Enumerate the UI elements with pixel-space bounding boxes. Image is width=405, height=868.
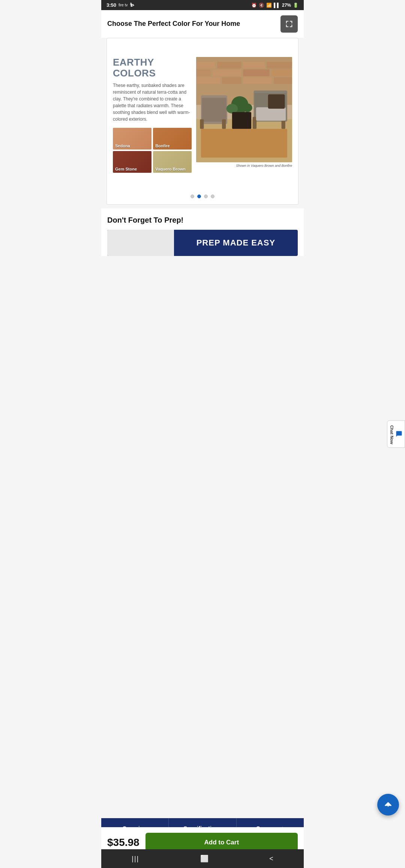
status-bar: 3:50 fire tv ⛷ ⏰ 🔇 📶 ▌▌ 27% 🔋: [101, 0, 304, 10]
page-header: Choose The Perfect Color For Your Home: [101, 10, 304, 38]
swatch-label-vaquero: Vaquero Brown: [155, 167, 186, 171]
dot-1[interactable]: [190, 195, 194, 198]
svg-rect-25: [268, 94, 285, 109]
svg-rect-17: [202, 98, 226, 122]
svg-rect-6: [196, 69, 210, 76]
status-bar-left: 3:50 fire tv ⛷: [106, 2, 135, 8]
battery-display: 27%: [282, 3, 291, 8]
svg-rect-4: [243, 62, 265, 69]
expand-icon: [285, 20, 293, 28]
user-icon: ⛷: [130, 2, 135, 8]
brand-label: fire tv: [118, 3, 128, 7]
mute-icon: 🔇: [259, 3, 264, 8]
svg-rect-7: [213, 69, 242, 76]
swatch-label-sedona: Sedona: [115, 144, 130, 148]
wifi-icon: 📶: [266, 3, 272, 8]
svg-rect-24: [256, 107, 286, 121]
svg-rect-9: [272, 69, 292, 76]
svg-rect-19: [222, 119, 226, 129]
swatch-label-gemstone: Gem Stone: [115, 167, 137, 171]
svg-rect-2: [196, 62, 215, 69]
slide-image-section: Shown in Vaquero Brown and Bonfire: [196, 57, 292, 168]
svg-rect-12: [243, 77, 272, 84]
color-swatch-vaquero[interactable]: Vaquero Brown: [153, 151, 192, 173]
svg-rect-15: [201, 129, 287, 158]
bottom-spacer: [101, 256, 304, 346]
earthy-title: EARTHY COLORS: [113, 57, 192, 78]
status-bar-right: ⏰ 🔇 📶 ▌▌ 27% 🔋: [251, 3, 298, 8]
battery-icon: 🔋: [293, 3, 298, 8]
prep-title: Don't Forget To Prep!: [107, 216, 298, 224]
svg-rect-30: [232, 112, 251, 129]
svg-rect-11: [222, 77, 241, 84]
color-swatch-bonfire[interactable]: Bonfire: [153, 128, 192, 150]
time-display: 3:50: [106, 2, 116, 8]
svg-point-28: [226, 104, 238, 114]
svg-rect-13: [274, 77, 292, 84]
alarm-icon: ⏰: [251, 3, 257, 8]
svg-rect-10: [196, 77, 220, 84]
expand-button[interactable]: [280, 15, 298, 33]
svg-rect-3: [218, 62, 242, 69]
earthy-description: These earthy, sunbaked shades are remini…: [113, 82, 192, 123]
prep-banner[interactable]: PREP MADE EASY: [107, 230, 298, 256]
svg-rect-18: [200, 119, 204, 129]
room-image: [196, 57, 292, 162]
slide-inner: EARTHY COLORS These earthy, sunbaked sha…: [113, 57, 292, 173]
dot-2[interactable]: [197, 195, 201, 198]
dot-4[interactable]: [211, 195, 214, 198]
svg-point-29: [243, 103, 252, 112]
slide-text-section: EARTHY COLORS These earthy, sunbaked sha…: [113, 57, 192, 173]
dot-3[interactable]: [204, 195, 208, 198]
color-grid: Sedona Bonfire Gem Stone Vaquero Brown: [113, 128, 192, 173]
svg-rect-8: [243, 69, 270, 76]
signal-icon: ▌▌: [274, 3, 280, 8]
page-title: Choose The Perfect Color For Your Home: [107, 19, 276, 28]
color-swatch-sedona[interactable]: Sedona: [113, 128, 152, 150]
svg-rect-22: [253, 117, 256, 129]
prep-banner-left-image: [107, 230, 174, 256]
slide-container: EARTHY COLORS These earthy, sunbaked sha…: [106, 38, 298, 205]
swatch-label-bonfire: Bonfire: [155, 144, 170, 148]
slide-dots: [107, 188, 298, 204]
slide-content: EARTHY COLORS These earthy, sunbaked sha…: [107, 38, 298, 188]
color-swatch-gemstone[interactable]: Gem Stone: [113, 151, 152, 173]
prep-banner-text: PREP MADE EASY: [174, 238, 298, 248]
prep-section: Don't Forget To Prep! PREP MADE EASY: [101, 208, 304, 256]
image-caption: Shown in Vaquero Brown and Bonfire: [196, 164, 292, 168]
room-scene-svg: [196, 57, 292, 162]
svg-rect-5: [267, 62, 292, 69]
